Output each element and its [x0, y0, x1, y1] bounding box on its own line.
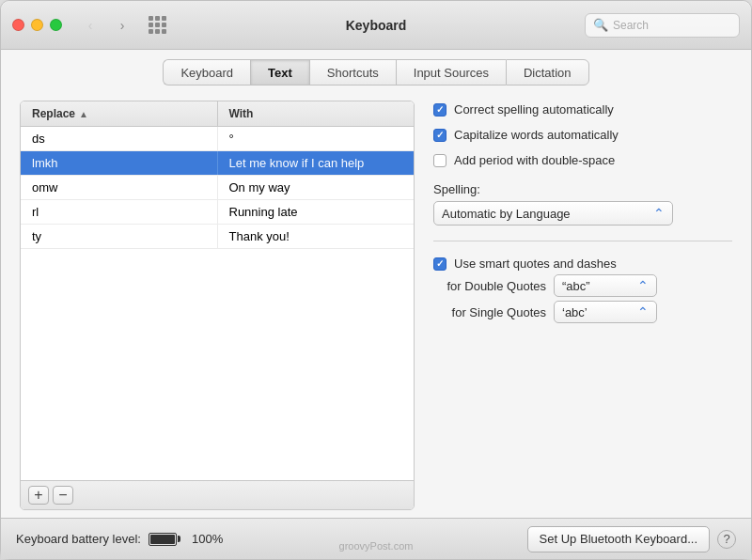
sort-arrow-icon: ▲ — [79, 109, 88, 119]
maximize-button[interactable] — [50, 19, 62, 31]
watermark: groovyPost.com — [339, 540, 414, 552]
single-quotes-label: for Single Quotes — [433, 305, 546, 319]
with-cell: ° — [218, 127, 415, 150]
battery-icon — [149, 533, 180, 546]
smart-quotes-label: Use smart quotes and dashes — [454, 257, 617, 271]
tab-shortcuts[interactable]: Shortcuts — [309, 59, 396, 86]
bottom-bar: Keyboard battery level: 100% Set Up Blue… — [1, 518, 751, 559]
divider — [433, 241, 732, 241]
close-button[interactable] — [12, 19, 24, 31]
single-quotes-value: ‘abc’ — [562, 305, 588, 319]
replace-cell: ty — [21, 225, 218, 248]
nav-buttons: ‹ › — [77, 16, 135, 35]
minimize-button[interactable] — [31, 19, 43, 31]
traffic-lights — [12, 19, 62, 31]
table-header: Replace ▲ With — [21, 101, 414, 127]
remove-row-button[interactable]: − — [53, 486, 73, 505]
content-area: Replace ▲ With ds ° lmkh Let me know if … — [1, 93, 751, 510]
single-quotes-row: for Single Quotes ‘abc’ ⌃ — [433, 301, 732, 323]
correct-spelling-row: Correct spelling automatically — [433, 102, 732, 117]
spelling-dropdown-value: Automatic by Language — [442, 207, 571, 221]
table-body: ds ° lmkh Let me know if I can help omw … — [21, 127, 414, 480]
search-box[interactable]: 🔍 Search — [585, 13, 740, 38]
col-with-header: With — [218, 101, 415, 126]
window-title: Keyboard — [346, 18, 407, 33]
correct-spelling-checkbox[interactable] — [433, 103, 446, 117]
smart-quotes-checkbox[interactable] — [433, 257, 446, 271]
replace-cell: ds — [21, 127, 218, 150]
replace-cell: lmkh — [21, 151, 218, 175]
correct-spelling-label: Correct spelling automatically — [454, 102, 614, 117]
tab-text[interactable]: Text — [250, 59, 309, 86]
with-cell: On my way — [218, 176, 415, 199]
battery-label: Keyboard battery level: — [16, 532, 141, 546]
smart-quotes-row: Use smart quotes and dashes — [433, 257, 732, 271]
chevron-down-icon: ⌃ — [653, 206, 665, 221]
left-panel: Replace ▲ With ds ° lmkh Let me know if … — [20, 101, 415, 510]
capitalize-words-label: Capitalize words automatically — [454, 128, 619, 142]
with-cell: Let me know if I can help — [218, 151, 415, 175]
double-quotes-label: for Double Quotes — [433, 279, 546, 293]
add-period-checkbox[interactable] — [433, 154, 446, 167]
table-row[interactable]: lmkh Let me know if I can help — [21, 151, 414, 176]
titlebar: ‹ › Keyboard 🔍 Search — [1, 1, 751, 50]
tab-dictation[interactable]: Dictation — [506, 59, 589, 86]
col-replace-header: Replace ▲ — [21, 101, 218, 126]
chevron-down-icon: ⌃ — [637, 304, 649, 319]
search-icon: 🔍 — [593, 18, 608, 32]
text-replacement-table: Replace ▲ With ds ° lmkh Let me know if … — [20, 101, 415, 510]
table-row[interactable]: omw On my way — [21, 176, 414, 200]
spelling-dropdown[interactable]: Automatic by Language ⌃ — [433, 201, 673, 226]
single-quotes-dropdown[interactable]: ‘abc’ ⌃ — [554, 301, 657, 323]
tab-input-sources[interactable]: Input Sources — [396, 59, 506, 86]
replace-cell: rl — [21, 200, 218, 224]
capitalize-words-row: Capitalize words automatically — [433, 128, 732, 142]
table-footer: + − — [21, 480, 414, 509]
table-row[interactable]: ds ° — [21, 127, 414, 151]
apps-icon[interactable] — [149, 16, 166, 34]
setup-bluetooth-button[interactable]: Set Up Bluetooth Keyboard... — [527, 526, 710, 552]
battery-percent: 100% — [192, 532, 223, 546]
battery-section: Keyboard battery level: 100% — [16, 532, 223, 546]
spelling-label: Spelling: — [433, 182, 732, 196]
smart-quotes-section: Use smart quotes and dashes for Double Q… — [433, 257, 732, 327]
table-row[interactable]: rl Running late — [21, 200, 414, 225]
help-button[interactable]: ? — [717, 530, 736, 549]
table-row[interactable]: ty Thank you! — [21, 225, 414, 249]
chevron-down-icon: ⌃ — [637, 278, 649, 293]
double-quotes-dropdown[interactable]: “abc” ⌃ — [554, 274, 657, 297]
right-panel: Correct spelling automatically Capitaliz… — [433, 101, 732, 510]
double-quotes-row: for Double Quotes “abc” ⌃ — [433, 274, 732, 297]
add-row-button[interactable]: + — [28, 486, 49, 505]
add-period-row: Add period with double-space — [433, 153, 732, 167]
forward-button[interactable]: › — [109, 16, 135, 35]
tabs-bar: Keyboard Text Shortcuts Input Sources Di… — [1, 50, 751, 93]
back-button[interactable]: ‹ — [77, 16, 103, 35]
bottom-right-actions: Set Up Bluetooth Keyboard... ? — [527, 526, 736, 552]
double-quotes-value: “abc” — [562, 279, 590, 293]
with-cell: Thank you! — [218, 225, 415, 248]
capitalize-words-checkbox[interactable] — [433, 129, 446, 142]
keyboard-preferences-window: ‹ › Keyboard 🔍 Search Keyboard Text Shor… — [0, 0, 752, 560]
spelling-section: Spelling: Automatic by Language ⌃ — [433, 182, 732, 226]
search-placeholder: Search — [613, 19, 649, 32]
add-period-label: Add period with double-space — [454, 153, 615, 167]
tab-keyboard[interactable]: Keyboard — [163, 59, 250, 86]
replace-cell: omw — [21, 176, 218, 199]
with-cell: Running late — [218, 200, 415, 224]
